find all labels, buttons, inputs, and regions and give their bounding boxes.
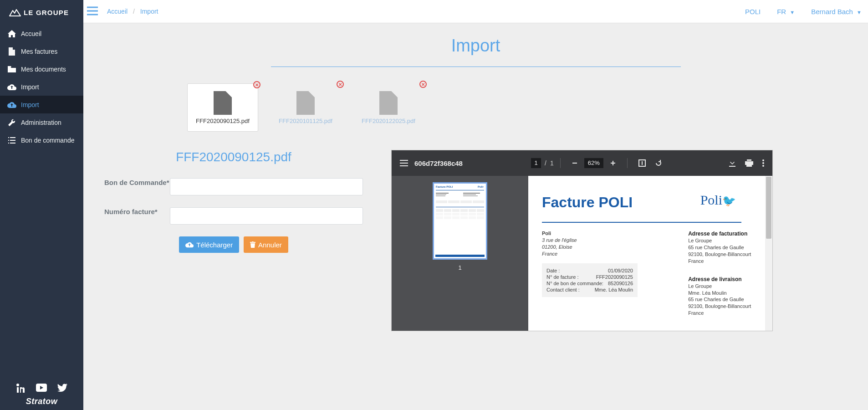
sidebar-item-import[interactable]: Import xyxy=(0,78,83,96)
folder-icon xyxy=(7,66,16,72)
doc-bill-line: Le Groupe xyxy=(688,237,759,244)
doc-ship-line: France xyxy=(688,310,759,317)
print-icon[interactable] xyxy=(740,159,758,167)
pdf-sidebar-toggle-icon[interactable] xyxy=(395,160,413,166)
footer-brand: Stratow xyxy=(0,397,83,406)
breadcrumb: Accueil / Import xyxy=(107,8,158,15)
pdf-page-view[interactable]: Facture POLI Poli🐦 Poli 3 rue xyxy=(528,176,772,331)
topbar: Accueil / Import POLI FR ▼ Bernard Bach … xyxy=(83,0,868,23)
pdf-viewer: 606d72f368c48 1 / 1 62% xyxy=(391,150,773,331)
chevron-down-icon: ▼ xyxy=(790,10,795,15)
file-name: FFF2020090125.pdf xyxy=(196,118,250,124)
home-icon xyxy=(7,30,16,37)
fit-page-icon[interactable] xyxy=(634,159,650,167)
bon-commande-input[interactable] xyxy=(170,178,363,195)
breadcrumb-home[interactable]: Accueil xyxy=(107,8,128,15)
numero-facture-input[interactable] xyxy=(170,207,363,225)
pdf-title: 606d72f368c48 xyxy=(414,159,463,167)
pdf-page-separator: / xyxy=(545,159,546,167)
sidebar-item-accueil[interactable]: Accueil xyxy=(0,25,83,42)
trash-icon xyxy=(250,241,255,248)
import-form: FFF2020090125.pdf Bon de Commande* Numér… xyxy=(83,150,381,253)
remove-file-icon[interactable]: ✕ xyxy=(253,81,260,88)
rotate-icon[interactable] xyxy=(650,159,667,167)
download-icon[interactable] xyxy=(724,159,740,167)
cloud-upload-icon xyxy=(7,84,16,90)
sidebar-item-documents[interactable]: Mes documents xyxy=(0,60,83,78)
more-icon[interactable] xyxy=(758,159,769,167)
file-name: FFF2020101125.pdf xyxy=(279,118,332,124)
sidebar: LE GROUPE Accueil Mes factures Mes docum… xyxy=(0,0,83,410)
sidebar-item-label: Import xyxy=(21,101,39,108)
breadcrumb-current[interactable]: Import xyxy=(140,8,158,15)
sidebar-item-label: Accueil xyxy=(21,30,41,37)
cancel-button[interactable]: Annuler xyxy=(244,236,288,253)
pdf-thumb-page-number: 1 xyxy=(458,264,461,271)
menu-toggle-icon[interactable] xyxy=(87,6,98,17)
file-icon xyxy=(379,91,398,115)
zoom-in-icon[interactable] xyxy=(605,160,621,166)
doc-logo: Poli🐦 xyxy=(700,192,736,208)
file-icon xyxy=(214,91,232,115)
svg-point-3 xyxy=(762,162,764,164)
remove-file-icon[interactable]: ✕ xyxy=(337,81,344,88)
logo-mountain-icon xyxy=(9,8,21,16)
cloud-upload-icon xyxy=(185,241,194,248)
file-thumbnails: ✕ FFF2020090125.pdf ✕ FFF2020101125.pdf … xyxy=(187,83,868,132)
file-name: FFF2020122025.pdf xyxy=(362,118,415,124)
svg-point-4 xyxy=(762,165,764,167)
doc-bill-line: 92100, Boulogne-Billancourt xyxy=(688,251,759,258)
user-menu[interactable]: Bernard Bach ▼ xyxy=(811,8,862,15)
file-thumb-selected[interactable]: ✕ FFF2020090125.pdf xyxy=(187,83,258,132)
doc-seller-addr: 01200, Eloise xyxy=(542,244,661,251)
doc-bill-line: France xyxy=(688,258,759,265)
zoom-out-icon[interactable] xyxy=(567,160,582,166)
user-name: Bernard Bach xyxy=(811,8,853,15)
sidebar-item-label: Mes documents xyxy=(21,66,66,73)
doc-ship-line: 92100, Boulogne-Billancourt xyxy=(688,303,759,310)
youtube-icon[interactable] xyxy=(36,384,47,394)
sidebar-item-label: Bon de commande xyxy=(21,137,75,144)
org-switcher[interactable]: POLI xyxy=(745,8,761,15)
linkedin-icon[interactable] xyxy=(16,384,26,394)
upload-button[interactable]: Télécharger xyxy=(179,236,239,253)
list-icon xyxy=(7,137,16,144)
cloud-upload-icon xyxy=(7,102,16,108)
form-title: FFF2020090125.pdf xyxy=(104,150,363,164)
sidebar-item-label: Mes factures xyxy=(21,48,57,55)
doc-shipping-heading: Adresse de livraison xyxy=(688,276,759,283)
pdf-thumbnail-panel: Facture POLI Poli• xyxy=(392,176,528,331)
file-icon xyxy=(296,91,315,115)
pdf-zoom-level[interactable]: 62% xyxy=(584,158,603,168)
pdf-scrollbar[interactable] xyxy=(765,176,772,331)
doc-seller-addr: 3 rue de l'église xyxy=(542,237,661,244)
pdf-current-page[interactable]: 1 xyxy=(531,158,541,168)
breadcrumb-separator: / xyxy=(133,8,135,15)
bon-commande-label: Bon de Commande* xyxy=(104,178,170,187)
cancel-button-label: Annuler xyxy=(258,241,282,249)
sidebar-item-bon-commande[interactable]: Bon de commande xyxy=(0,131,83,149)
sidebar-item-administration[interactable]: Administration xyxy=(0,113,83,131)
doc-ship-line: 65 rue Charles de Gaulle xyxy=(688,296,759,303)
twitter-icon[interactable] xyxy=(57,384,67,394)
upload-button-label: Télécharger xyxy=(196,241,233,249)
sidebar-item-factures[interactable]: Mes factures xyxy=(0,42,83,60)
page-title: Import xyxy=(83,36,868,56)
app-logo: LE GROUPE xyxy=(0,0,83,25)
numero-facture-label: Numéro facture* xyxy=(104,207,170,216)
remove-file-icon[interactable]: ✕ xyxy=(419,81,427,88)
sidebar-item-label: Administration xyxy=(21,119,61,126)
title-rule xyxy=(271,67,681,67)
doc-billing-heading: Adresse de facturation xyxy=(688,230,759,237)
pdf-page-thumbnail[interactable]: Facture POLI Poli• xyxy=(433,182,487,260)
file-thumb[interactable]: ✕ FFF2020122025.pdf xyxy=(353,83,424,132)
sidebar-item-label: Import xyxy=(21,83,39,91)
file-icon xyxy=(7,47,16,56)
lang-label: FR xyxy=(777,8,786,15)
sidebar-item-import-active[interactable]: Import xyxy=(0,96,83,113)
file-thumb[interactable]: ✕ FFF2020101125.pdf xyxy=(270,83,341,132)
doc-info-box: Date :01/09/2020 N° de facture :FFF20200… xyxy=(542,263,638,297)
svg-point-2 xyxy=(762,159,764,161)
wrench-icon xyxy=(7,119,16,126)
lang-switcher[interactable]: FR ▼ xyxy=(777,8,795,15)
